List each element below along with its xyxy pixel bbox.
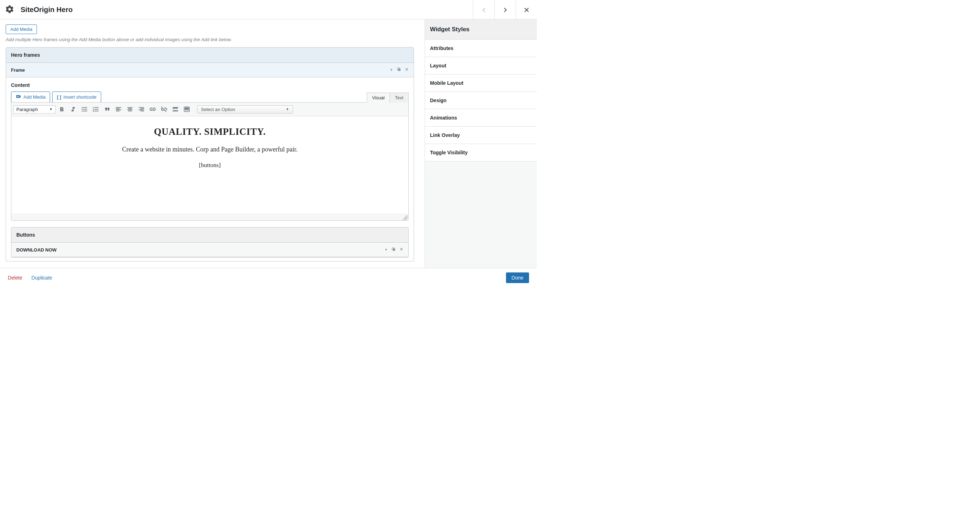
collapse-icon[interactable]: ▼ [390, 68, 393, 71]
header-left: SiteOrigin Hero [0, 5, 473, 15]
style-row-mobile-layout[interactable]: Mobile Layout [425, 75, 537, 92]
duplicate-item-icon[interactable] [397, 67, 401, 73]
button-item-label: DOWNLOAD NOW [16, 247, 56, 252]
frame-item-label: Frame [11, 67, 25, 73]
chevron-down-icon: ▼ [49, 108, 52, 111]
dialog-title: SiteOrigin Hero [21, 6, 73, 14]
collapse-icon[interactable]: ▼ [385, 248, 388, 252]
next-button[interactable] [494, 0, 515, 19]
italic-button[interactable] [68, 104, 78, 114]
editor-tabs: Visual Text [367, 93, 409, 103]
content-label: Content [11, 82, 409, 88]
header-right [473, 0, 537, 19]
hero-frames-title: Hero frames [6, 48, 414, 63]
editor-buttons: Add Media [ ] Insert shortcode [11, 92, 101, 103]
buttons-repeater: Buttons DOWNLOAD NOW ▼ [11, 227, 409, 257]
number-list-button[interactable] [91, 104, 101, 114]
editor: Paragraph ▼ [11, 102, 409, 220]
footer-left: Delete Duplicate [8, 275, 52, 281]
style-row-animations[interactable]: Animations [425, 109, 537, 127]
align-center-button[interactable] [125, 104, 135, 114]
editor-paragraph: Create a website in minutes. Corp and Pa… [19, 146, 401, 153]
unlink-button[interactable] [159, 104, 169, 114]
editor-heading: QUALITY. SIMPLICITY. [19, 126, 401, 137]
option-select[interactable]: Select an Option ▼ [197, 105, 293, 114]
svg-rect-10 [185, 109, 189, 110]
hero-frames-repeater: Hero frames Frame ▼ Content [6, 47, 414, 262]
blockquote-button[interactable] [102, 104, 113, 114]
editor-body[interactable]: QUALITY. SIMPLICITY. Create a website in… [11, 116, 408, 214]
dialog-header: SiteOrigin Hero [0, 0, 537, 19]
gear-icon [5, 5, 14, 15]
bold-button[interactable] [56, 104, 67, 114]
svg-rect-8 [186, 108, 188, 109]
tab-visual[interactable]: Visual [367, 93, 390, 103]
dialog-footer: Delete Duplicate Done [0, 268, 537, 287]
toggle-toolbar-button[interactable] [181, 104, 192, 114]
svg-rect-11 [393, 248, 395, 251]
media-icon [16, 94, 21, 100]
frame-item-header[interactable]: Frame ▼ [6, 63, 414, 77]
insert-shortcode-label: Insert shortcode [63, 94, 96, 100]
widget-styles-title: Widget Styles [425, 19, 537, 40]
shortcode-icon: [ ] [57, 94, 61, 100]
svg-rect-9 [188, 108, 189, 109]
frame-item-actions: ▼ [390, 67, 409, 73]
duplicate-item-icon[interactable] [391, 247, 396, 252]
insert-shortcode-button[interactable]: [ ] Insert shortcode [52, 92, 101, 103]
prev-button [473, 0, 494, 19]
close-button[interactable] [515, 0, 537, 19]
add-media-editor-button[interactable]: Add Media [11, 92, 50, 103]
format-select[interactable]: Paragraph ▼ [13, 105, 56, 114]
align-right-button[interactable] [136, 104, 146, 114]
chevron-down-icon: ▼ [286, 108, 289, 111]
style-row-layout[interactable]: Layout [425, 57, 537, 75]
button-item-actions: ▼ [385, 247, 403, 252]
delete-link[interactable]: Delete [8, 275, 22, 281]
tab-text[interactable]: Text [390, 93, 409, 103]
add-media-editor-label: Add Media [24, 94, 45, 100]
editor-toolbar: Paragraph ▼ [11, 103, 408, 116]
widget-styles-sidebar: Widget Styles Attributes Layout Mobile L… [425, 19, 537, 268]
help-text: Add multiple Hero frames using the Add M… [6, 37, 414, 42]
button-item-header[interactable]: DOWNLOAD NOW ▼ [11, 243, 408, 257]
style-row-attributes[interactable]: Attributes [425, 40, 537, 57]
main-content[interactable]: Add Media Add multiple Hero frames using… [0, 19, 425, 268]
align-left-button[interactable] [113, 104, 124, 114]
remove-item-icon[interactable] [405, 67, 409, 72]
editor-header-row: Add Media [ ] Insert shortcode Visual Te… [11, 92, 409, 103]
readmore-button[interactable] [170, 104, 181, 114]
duplicate-link[interactable]: Duplicate [31, 275, 52, 281]
style-row-link-overlay[interactable]: Link Overlay [425, 127, 537, 144]
format-select-label: Paragraph [16, 107, 38, 112]
option-select-label: Select an Option [201, 107, 235, 112]
resize-handle[interactable] [11, 214, 408, 220]
link-button[interactable] [147, 104, 158, 114]
add-media-label: Add Media [10, 27, 32, 32]
done-button[interactable]: Done [506, 273, 529, 283]
buttons-title: Buttons [11, 227, 408, 243]
style-row-design[interactable]: Design [425, 92, 537, 109]
main-row: Add Media Add multiple Hero frames using… [0, 19, 537, 268]
style-row-toggle-visibility[interactable]: Toggle Visibility [425, 144, 537, 162]
editor-shortcode: [buttons] [19, 162, 401, 169]
add-media-button[interactable]: Add Media [6, 24, 37, 34]
bullet-list-button[interactable] [79, 104, 90, 114]
frame-body: Content Add Media [ ] Insert [6, 77, 414, 261]
svg-rect-2 [398, 68, 401, 71]
svg-rect-7 [185, 108, 186, 109]
remove-item-icon[interactable] [399, 247, 403, 252]
